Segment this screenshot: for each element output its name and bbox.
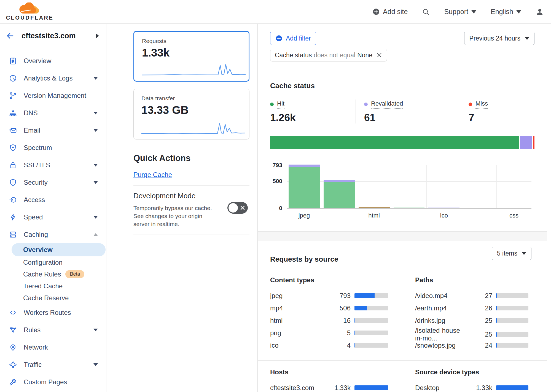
chevron-down-icon (93, 216, 98, 219)
revalidated-segment (520, 136, 532, 149)
remove-filter-icon[interactable] (376, 52, 382, 58)
sidebar-subitem-cache-reserve[interactable]: Cache Reserve (0, 292, 106, 304)
sidebar-item-label: Overview (24, 57, 51, 65)
bar-ico[interactable] (426, 165, 461, 208)
beta-badge: Beta (65, 270, 84, 278)
sidebar-item-analytics-logs[interactable]: Analytics & Logs (0, 69, 106, 87)
table-row[interactable]: mp4506 (270, 302, 388, 314)
sidebar-item-security[interactable]: Security (0, 174, 106, 191)
table-title: Paths (415, 276, 534, 284)
requests-metric-card[interactable]: Requests 1.33k (133, 31, 249, 82)
sidebar-subitem-tiered-cache[interactable]: Tiered Cache (0, 280, 106, 292)
sidebar-subitem-cache-rules[interactable]: Cache Rules Beta (0, 268, 106, 280)
bar-css[interactable] (496, 165, 531, 208)
table-row[interactable]: png5 (270, 327, 388, 339)
bar-jpeg[interactable] (287, 165, 322, 208)
bar-png[interactable] (392, 165, 427, 208)
table-row[interactable]: /video.mp427 (415, 289, 528, 302)
bar-mp4[interactable] (322, 165, 357, 208)
sidebar-item-custom-pages[interactable]: Custom Pages (0, 373, 106, 391)
sidebar-item-caching[interactable]: Caching (0, 226, 106, 243)
sidebar-item-label: SSL/TLS (24, 161, 50, 169)
cloudflare-cloud-icon (17, 2, 42, 15)
development-mode-toggle[interactable] (227, 202, 248, 214)
sidebar-item-rules[interactable]: Rules (0, 321, 106, 339)
stat-label[interactable]: Revalidated (371, 100, 403, 109)
sidebar-item-speed[interactable]: Speed (0, 208, 106, 226)
cache-status-title: Cache status (270, 82, 534, 90)
value-bar (354, 318, 388, 323)
sidebar-item-workers-routes[interactable]: Workers Routes (0, 304, 106, 321)
data-transfer-metric-card[interactable]: Data transfer 13.33 GB (133, 89, 249, 139)
purge-cache-link[interactable]: Purge Cache (133, 171, 172, 179)
sidebar-subitem-caching-overview[interactable]: Overview (12, 243, 106, 256)
divider (133, 235, 249, 235)
code-brackets-icon (9, 308, 17, 317)
sidebar-item-version-management[interactable]: Version Management (0, 87, 106, 104)
chevron-down-icon (93, 112, 98, 114)
category-label (461, 212, 496, 219)
cloudflare-dashboard: CLOUDFLARE Add site Support English (0, 0, 551, 392)
value-bar (354, 293, 388, 298)
bar-other[interactable] (461, 165, 496, 208)
table-row[interactable]: Desktop1.33k (415, 382, 528, 392)
summary-column: Requests 1.33k Data transfer 13.33 GB Qu… (106, 24, 257, 392)
sidebar-item-ssl-tls[interactable]: SSL/TLS (0, 156, 106, 174)
value-bar (354, 306, 388, 310)
column-divider (402, 274, 402, 392)
value-bar (496, 306, 528, 310)
sidebar-item-traffic[interactable]: Traffic (0, 356, 106, 373)
table-row[interactable]: /drinks.jpg25 (415, 314, 528, 327)
stat-hit: Hit 1.26k (270, 100, 356, 123)
table-row[interactable]: /earth.mp426 (415, 302, 528, 314)
category-label: jpeg (287, 212, 322, 219)
sidebar-item-network[interactable]: Network (0, 339, 106, 356)
support-menu[interactable]: Support (444, 8, 476, 16)
account-button[interactable] (536, 8, 544, 16)
category-label (322, 212, 357, 219)
bar-html[interactable] (357, 165, 392, 208)
shield-icon (9, 178, 17, 187)
stat-label[interactable]: Hit (277, 100, 284, 109)
table-row[interactable]: jpeg793 (270, 289, 388, 302)
search-icon (422, 8, 430, 16)
top-header: CLOUDFLARE Add site Support English (0, 0, 551, 24)
hit-dot-icon (270, 103, 274, 106)
stat-label[interactable]: Miss (475, 100, 488, 109)
sidebar-item-email[interactable]: Email (0, 122, 106, 139)
add-site-button[interactable]: Add site (372, 8, 408, 16)
section-gap (258, 232, 547, 241)
table-row[interactable]: cftestsite3.com1.33k (270, 382, 388, 392)
table-row[interactable]: ico4 (270, 339, 388, 351)
chevron-right-icon[interactable] (96, 33, 99, 38)
sidebar-item-overview[interactable]: Overview (0, 52, 106, 69)
language-menu[interactable]: English (491, 8, 521, 16)
sidebar-item-access[interactable]: Access (0, 191, 106, 208)
metric-label: Requests (142, 38, 249, 44)
y-tick-793: 793 (270, 162, 282, 168)
table-title: Source device types (415, 368, 534, 376)
envelope-icon (9, 126, 17, 135)
development-mode-section: Development Mode Temporarily bypass our … (133, 192, 249, 228)
cache-status-section: Cache status Hit 1.26k Revalidated (258, 70, 547, 232)
sidebar-subitem-caching-configuration[interactable]: Configuration (0, 256, 106, 268)
sidebar-item-dns[interactable]: DNS (0, 104, 106, 122)
stat-value: 61 (364, 112, 454, 123)
category-label: ico (426, 212, 461, 219)
cloudflare-logo[interactable]: CLOUDFLARE (6, 2, 53, 21)
sidebar-item-label: Traffic (24, 361, 42, 369)
add-filter-button[interactable]: Add filter (270, 32, 316, 45)
table-row[interactable]: /isolated-house-in-mo...25 (415, 327, 528, 339)
chevron-down-icon (93, 363, 98, 366)
back-arrow-icon[interactable] (6, 32, 14, 40)
table-row[interactable]: html16 (270, 314, 388, 327)
search-button[interactable] (422, 8, 430, 16)
hierarchy-icon (9, 109, 17, 117)
sidebar-item-spectrum[interactable]: Spectrum (0, 139, 106, 156)
items-count-select[interactable]: 5 items (492, 247, 531, 260)
funnel-icon (9, 326, 17, 334)
chevron-down-icon (93, 329, 98, 331)
time-range-select[interactable]: Previous 24 hours (464, 32, 534, 45)
cloudflare-wordmark: CLOUDFLARE (6, 15, 54, 21)
sidebar-item-label: Workers Routes (24, 309, 71, 316)
